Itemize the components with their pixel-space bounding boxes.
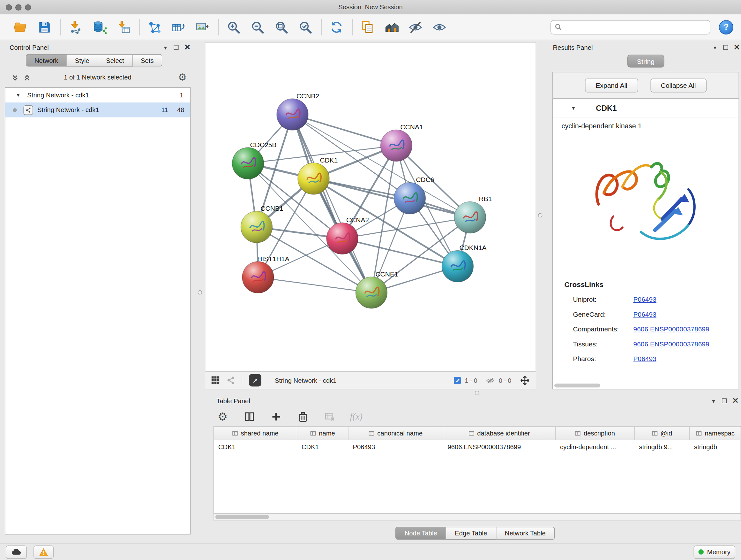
panel-close-icon[interactable]: ✕ bbox=[184, 45, 191, 50]
table-cell[interactable]: 9606.ENSP00000378699 bbox=[443, 440, 556, 454]
network-node-hist1h1a[interactable]: HIST1H1A bbox=[242, 255, 289, 293]
column-header-database-identifier[interactable]: database identifier bbox=[443, 427, 556, 440]
column-header-canonical-name[interactable]: canonical name bbox=[348, 427, 443, 440]
table-cell[interactable]: CDK1 bbox=[214, 440, 297, 454]
toolbar-separator bbox=[218, 19, 219, 35]
delete-column-trash-icon[interactable] bbox=[296, 410, 310, 423]
apply-layout-button[interactable] bbox=[327, 17, 347, 37]
network-row-selected[interactable]: String Network - cdk1 11 48 bbox=[5, 103, 190, 118]
expand-all-button[interactable]: Expand All bbox=[585, 78, 637, 92]
show-graphics-details-button[interactable] bbox=[429, 17, 450, 37]
zoom-fit-button[interactable] bbox=[272, 17, 292, 37]
import-table-from-file-button[interactable] bbox=[114, 17, 134, 37]
cloud-button[interactable] bbox=[6, 545, 27, 559]
help-button[interactable]: ? bbox=[719, 20, 733, 34]
panel-collapse-icon[interactable]: ▼ bbox=[713, 45, 718, 50]
zoom-in-button[interactable] bbox=[224, 17, 244, 37]
collection-disclosure-icon[interactable]: ▼ bbox=[16, 92, 21, 98]
crosslink-link[interactable]: 9606.ENSP00000378699 bbox=[633, 340, 710, 348]
import-network-from-database-button[interactable] bbox=[90, 17, 110, 37]
export-image-button[interactable] bbox=[192, 17, 212, 37]
vertical-splitter-handle[interactable] bbox=[538, 213, 542, 218]
tab-string[interactable]: String bbox=[627, 55, 664, 68]
tab-select[interactable]: Select bbox=[98, 54, 133, 67]
save-session-button[interactable] bbox=[35, 17, 55, 37]
network-node-cdkn1a[interactable]: CDKN1A bbox=[442, 244, 487, 282]
panel-float-icon[interactable] bbox=[174, 45, 179, 50]
table-cell[interactable]: stringdb:9... bbox=[635, 440, 690, 454]
warnings-button[interactable] bbox=[33, 545, 54, 559]
home-button[interactable] bbox=[382, 17, 402, 37]
network-collection-row[interactable]: ▼ String Network - cdk1 1 bbox=[5, 88, 190, 103]
network-edge[interactable] bbox=[293, 115, 397, 146]
network-from-table-button[interactable] bbox=[169, 17, 189, 37]
hidden-eye-slash-icon[interactable] bbox=[486, 377, 495, 384]
panel-close-icon[interactable]: ✕ bbox=[732, 398, 738, 403]
node-label: CDKN1A bbox=[459, 244, 486, 251]
tab-style[interactable]: Style bbox=[67, 54, 98, 67]
zoom-selected-button[interactable] bbox=[295, 17, 316, 37]
open-session-button[interactable] bbox=[10, 17, 30, 37]
network-node-ccna1[interactable]: CCNA1 bbox=[381, 123, 423, 162]
table-cell[interactable]: P06493 bbox=[348, 440, 443, 454]
panel-float-icon[interactable] bbox=[723, 45, 728, 50]
network-selection-bar: 1 of 1 Network selected ⚙ bbox=[4, 71, 192, 85]
tab-node-table[interactable]: Node Table bbox=[395, 527, 446, 540]
section-disclosure-icon[interactable]: ▼ bbox=[571, 105, 576, 111]
selected-nodes-checkbox[interactable] bbox=[454, 377, 461, 384]
network-node-cdc25b[interactable]: CDC25B bbox=[232, 141, 277, 179]
column-header--id[interactable]: @id bbox=[635, 427, 690, 440]
vertical-splitter-handle[interactable] bbox=[198, 290, 202, 295]
table-settings-gear-icon[interactable]: ⚙ bbox=[216, 410, 229, 423]
network-node-cdk1[interactable]: CDK1 bbox=[298, 157, 338, 195]
column-header-shared-name[interactable]: shared name bbox=[214, 427, 297, 440]
add-column-plus-icon[interactable] bbox=[270, 410, 283, 423]
network-node-ccnb1[interactable]: CCNB1 bbox=[241, 205, 283, 243]
crosslink-link[interactable]: P06493 bbox=[633, 310, 657, 318]
panel-float-icon[interactable] bbox=[722, 398, 726, 403]
horizontal-splitter-handle[interactable] bbox=[475, 391, 479, 395]
move-crosshair-icon[interactable] bbox=[520, 375, 530, 385]
crosslink-link[interactable]: P06493 bbox=[633, 355, 657, 362]
tab-edge-table[interactable]: Edge Table bbox=[446, 527, 496, 540]
table-cell[interactable]: CDK1 bbox=[297, 440, 349, 454]
gear-icon[interactable]: ⚙ bbox=[178, 71, 187, 83]
network-edge[interactable] bbox=[314, 179, 470, 218]
table-row[interactable]: CDK1CDK1P064939606.ENSP00000378699cyclin… bbox=[214, 440, 741, 454]
gene-section-header[interactable]: ▼ CDK1 bbox=[553, 99, 739, 118]
panel-collapse-icon[interactable]: ▼ bbox=[711, 398, 716, 403]
scrollbar-thumb[interactable] bbox=[215, 515, 269, 519]
column-header-namespac[interactable]: namespac bbox=[690, 427, 741, 440]
memory-button[interactable]: Memory bbox=[694, 545, 735, 559]
network-edge[interactable] bbox=[293, 115, 372, 293]
panel-collapse-icon[interactable]: ▼ bbox=[163, 45, 168, 50]
import-network-from-file-button[interactable] bbox=[66, 17, 86, 37]
column-header-name[interactable]: name bbox=[297, 427, 349, 440]
crosslink-link[interactable]: 9606.ENSP00000378699 bbox=[633, 325, 710, 333]
network-node-rb1[interactable]: RB1 bbox=[455, 195, 492, 233]
grid-view-icon[interactable] bbox=[211, 376, 220, 385]
crosslink-link[interactable]: P06493 bbox=[633, 295, 657, 303]
column-header-description[interactable]: description bbox=[556, 427, 635, 440]
network-edge[interactable] bbox=[258, 277, 372, 293]
network-view[interactable]: CCNB2 CCNA1 CDC25B CDK1 CDC6 bbox=[205, 42, 536, 389]
hide-graphics-details-button[interactable] bbox=[406, 17, 426, 37]
collapse-all-button[interactable]: Collapse All bbox=[650, 78, 706, 92]
panel-close-icon[interactable]: ✕ bbox=[734, 45, 740, 50]
new-network-button[interactable] bbox=[145, 17, 165, 37]
tab-network[interactable]: Network bbox=[26, 54, 67, 67]
tab-sets[interactable]: Sets bbox=[133, 54, 162, 67]
birdseye-view-button[interactable]: ↗ bbox=[249, 374, 261, 387]
table-cell[interactable]: stringdb bbox=[690, 440, 741, 454]
search-input[interactable] bbox=[565, 23, 706, 31]
results-hscrollbar[interactable] bbox=[554, 384, 600, 388]
share-view-icon[interactable] bbox=[226, 376, 235, 385]
duplicate-network-button[interactable] bbox=[358, 17, 378, 37]
network-canvas[interactable]: CCNB2 CCNA1 CDC25B CDK1 CDC6 bbox=[205, 43, 536, 371]
tab-network-table[interactable]: Network Table bbox=[496, 527, 555, 540]
network-node-ccnb2[interactable]: CCNB2 bbox=[277, 92, 319, 131]
zoom-out-button[interactable] bbox=[248, 17, 268, 37]
show-columns-icon[interactable] bbox=[243, 410, 256, 423]
table-hscrollbar[interactable] bbox=[213, 514, 741, 521]
table-cell[interactable]: cyclin-dependent ... bbox=[556, 440, 635, 454]
